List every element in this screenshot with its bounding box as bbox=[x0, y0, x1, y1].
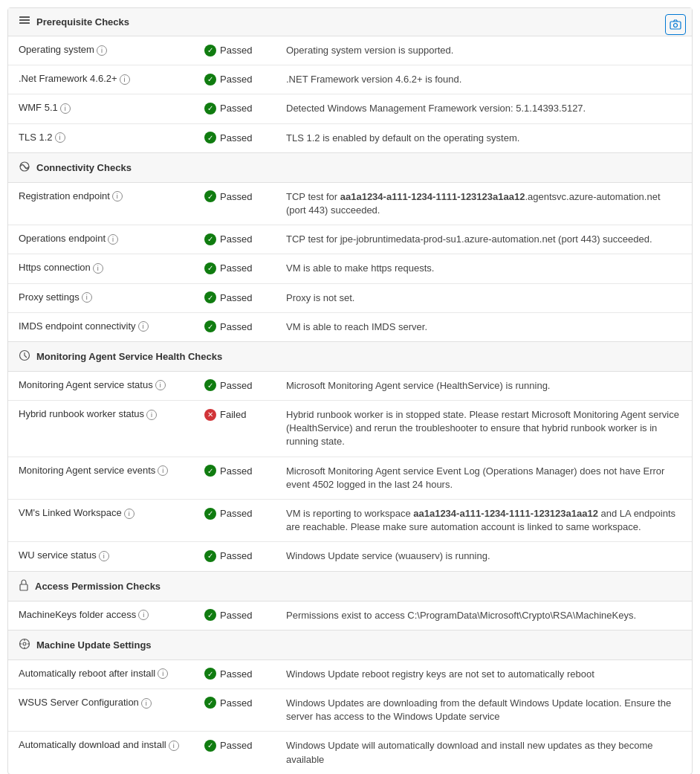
info-icon[interactable]: i bbox=[120, 74, 130, 85]
svg-rect-2 bbox=[19, 16, 30, 18]
section-title-monitoring: Monitoring Agent Service Health Checks bbox=[36, 351, 222, 362]
status-passed: ✓Passed bbox=[204, 465, 252, 477]
status-label: Failed bbox=[220, 409, 246, 420]
info-icon[interactable]: i bbox=[99, 551, 109, 561]
check-status-cell: ✓Passed bbox=[194, 542, 276, 571]
status-label: Passed bbox=[220, 132, 252, 143]
check-name: MachineKeys folder access bbox=[19, 609, 136, 620]
check-name-cell: WU service statusi bbox=[8, 542, 194, 571]
check-name: IMDS endpoint connectivity bbox=[19, 320, 136, 332]
section-title-prerequisite: Prerequisite Checks bbox=[36, 16, 129, 28]
check-status-cell: ✓Passed bbox=[194, 254, 276, 283]
svg-rect-7 bbox=[20, 584, 27, 590]
passed-icon: ✓ bbox=[204, 320, 216, 332]
info-icon[interactable]: i bbox=[146, 410, 157, 420]
status-label: Passed bbox=[220, 740, 252, 751]
section-icon-prerequisite bbox=[19, 16, 30, 28]
check-name-cell: TLS 1.2i bbox=[8, 123, 194, 152]
check-description-cell: Windows Update reboot registry keys are … bbox=[276, 660, 692, 689]
check-name-cell: Operating systemi bbox=[8, 36, 194, 65]
status-failed: ✕Failed bbox=[204, 409, 246, 421]
check-description-cell: Proxy is not set. bbox=[276, 283, 692, 312]
check-name-cell: MachineKeys folder accessi bbox=[8, 602, 194, 630]
passed-icon: ✓ bbox=[204, 190, 216, 202]
info-icon[interactable]: i bbox=[138, 610, 149, 620]
info-icon[interactable]: i bbox=[169, 741, 179, 751]
info-icon[interactable]: i bbox=[82, 292, 92, 303]
status-passed: ✓Passed bbox=[204, 697, 252, 709]
check-name-cell: WMF 5.1i bbox=[8, 94, 194, 123]
check-status-cell: ✓Passed bbox=[194, 312, 276, 341]
info-icon[interactable]: i bbox=[124, 509, 135, 519]
check-description-cell: Windows Update service (wuauserv) is run… bbox=[276, 542, 692, 571]
status-label: Passed bbox=[220, 380, 252, 391]
check-name-cell: Https connectioni bbox=[8, 254, 194, 283]
check-description-cell: TLS 1.2 is enabled by default on the ope… bbox=[276, 123, 692, 152]
check-status-cell: ✓Passed bbox=[194, 283, 276, 312]
status-label: Passed bbox=[220, 550, 252, 561]
check-name: .Net Framework 4.6.2+ bbox=[19, 73, 117, 84]
check-name-cell: Monitoring Agent service eventsi bbox=[8, 457, 194, 499]
check-description-cell: VM is able to make https requests. bbox=[276, 254, 692, 283]
info-icon[interactable]: i bbox=[158, 668, 168, 679]
section-header-access: Access Permission Checks bbox=[8, 572, 692, 602]
status-label: Passed bbox=[220, 103, 252, 114]
table-monitoring: Monitoring Agent service statusi✓PassedM… bbox=[8, 372, 692, 571]
status-label: Passed bbox=[220, 233, 252, 245]
check-status-cell: ✕Failed bbox=[194, 401, 276, 457]
check-description-cell: Microsoft Monitoring Agent service Event… bbox=[276, 457, 692, 499]
info-icon[interactable]: i bbox=[112, 191, 123, 201]
section-icon-machine-update bbox=[19, 638, 30, 652]
table-row: Monitoring Agent service eventsi✓PassedM… bbox=[8, 457, 692, 499]
passed-icon: ✓ bbox=[204, 668, 216, 680]
info-icon[interactable]: i bbox=[93, 263, 103, 274]
info-icon[interactable]: i bbox=[55, 132, 65, 143]
section-icon-access bbox=[19, 579, 29, 593]
info-icon[interactable]: i bbox=[60, 103, 71, 114]
section-title-access: Access Permission Checks bbox=[35, 581, 161, 592]
status-passed: ✓Passed bbox=[204, 262, 252, 274]
status-label: Passed bbox=[220, 610, 252, 621]
check-description-cell: TCP test for jpe-jobruntimedata-prod-su1… bbox=[276, 225, 692, 254]
table-row: WSUS Server Configurationi✓PassedWindows… bbox=[8, 688, 692, 731]
status-label: Passed bbox=[220, 262, 252, 274]
info-icon[interactable]: i bbox=[138, 321, 149, 332]
main-container: Prerequisite ChecksOperating systemi✓Pas… bbox=[7, 7, 693, 774]
table-machine-update: Automatically reboot after installi✓Pass… bbox=[8, 660, 692, 774]
passed-icon: ✓ bbox=[204, 465, 216, 477]
check-name: Operating system bbox=[19, 44, 94, 55]
section-header-prerequisite: Prerequisite Checks bbox=[8, 8, 692, 36]
check-name: Proxy settings bbox=[19, 291, 80, 303]
status-label: Passed bbox=[220, 668, 252, 680]
check-description-cell: Windows Update will automatically downlo… bbox=[276, 732, 692, 774]
table-row: Operating systemi✓PassedOperating system… bbox=[8, 36, 692, 65]
table-row: WMF 5.1i✓PassedDetected Windows Manageme… bbox=[8, 94, 692, 123]
info-icon[interactable]: i bbox=[155, 380, 166, 390]
table-row: Automatically download and installi✓Pass… bbox=[8, 732, 692, 774]
sections-container: Prerequisite ChecksOperating systemi✓Pas… bbox=[8, 8, 692, 774]
check-status-cell: ✓Passed bbox=[194, 123, 276, 152]
info-icon[interactable]: i bbox=[108, 234, 118, 245]
table-row: TLS 1.2i✓PassedTLS 1.2 is enabled by def… bbox=[8, 123, 692, 152]
info-icon[interactable]: i bbox=[97, 45, 107, 56]
section-prerequisite: Prerequisite ChecksOperating systemi✓Pas… bbox=[8, 8, 692, 153]
section-access: Access Permission ChecksMachineKeys fold… bbox=[8, 572, 692, 631]
check-name: Monitoring Agent service status bbox=[19, 379, 153, 390]
check-status-cell: ✓Passed bbox=[194, 660, 276, 689]
table-row: MachineKeys folder accessi✓PassedPermiss… bbox=[8, 602, 692, 630]
check-name: Monitoring Agent service events bbox=[19, 465, 155, 476]
status-label: Passed bbox=[220, 465, 252, 477]
check-name: WMF 5.1 bbox=[19, 102, 58, 113]
info-icon[interactable]: i bbox=[141, 698, 152, 709]
check-name-cell: Registration endpointi bbox=[8, 183, 194, 225]
table-row: WU service statusi✓PassedWindows Update … bbox=[8, 542, 692, 571]
svg-point-1 bbox=[674, 24, 678, 28]
check-status-cell: ✓Passed bbox=[194, 372, 276, 401]
info-icon[interactable]: i bbox=[158, 465, 168, 476]
svg-rect-0 bbox=[670, 22, 681, 29]
table-row: Hybrid runbook worker statusi✕FailedHybr… bbox=[8, 401, 692, 457]
status-passed: ✓Passed bbox=[204, 233, 252, 245]
passed-icon: ✓ bbox=[204, 74, 216, 86]
camera-button[interactable] bbox=[665, 14, 686, 35]
passed-icon: ✓ bbox=[204, 740, 216, 752]
